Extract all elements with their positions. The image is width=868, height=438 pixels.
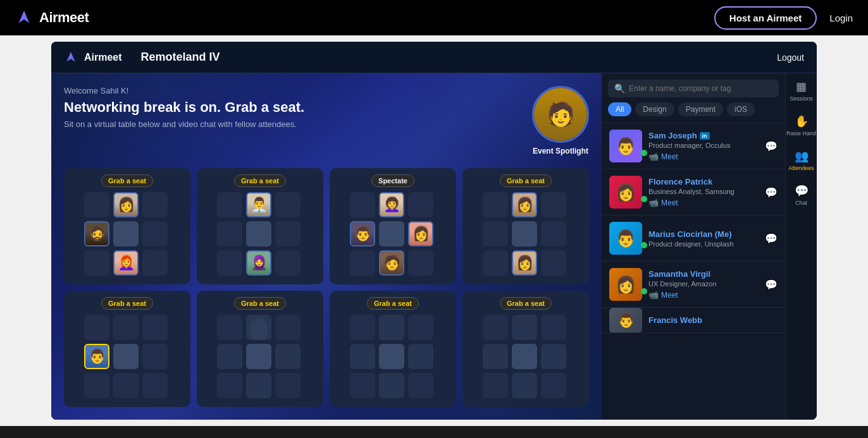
nav-actions: Host an Airmeet Login (714, 6, 853, 30)
attendee-info: Francis Webb (648, 315, 778, 325)
meet-button[interactable]: 📹 Meet (648, 152, 678, 161)
seat-cross: 👨 (84, 315, 170, 401)
rail-item-sessions[interactable]: ▦ Sessions (790, 80, 813, 102)
rail-label-chat: Chat (795, 200, 807, 206)
seat: 👨‍💼 (246, 192, 271, 217)
attendees-sidebar: 🔍 All Design Payment iOS (602, 73, 785, 420)
online-indicator (641, 150, 647, 156)
app-body: Welcome Sahil K! Networking break is on.… (51, 73, 817, 420)
main-wrapper: Airmeet Remoteland IV Logout Welcome Sah… (0, 35, 868, 426)
attendee-info: Samantha Virgil UX Designer, Amazon 📹 Me… (648, 269, 759, 300)
welcome-text: Welcome Sahil K! (64, 86, 304, 95)
seat (217, 192, 242, 217)
event-spotlight[interactable]: 🧑 Event Spotlight (532, 86, 589, 155)
seat: 🧕 (246, 250, 271, 276)
filter-tab-payment[interactable]: Payment (678, 102, 723, 116)
filter-tab-ios[interactable]: iOS (727, 102, 755, 116)
attendee-info: Marius Ciocirlan (Me) Product designer, … (648, 229, 759, 248)
seat (84, 315, 109, 340)
svg-marker-0 (19, 11, 30, 23)
seat (275, 221, 301, 246)
seat (408, 344, 433, 369)
message-icon[interactable]: 💬 (765, 140, 778, 152)
seat-center (113, 344, 139, 369)
attendee-item[interactable]: 👨 Marius Ciocirlan (Me) Product designer… (602, 216, 785, 262)
seat (350, 250, 375, 276)
attendee-item[interactable]: 👨 Francis Webb (602, 308, 785, 333)
filter-tab-all[interactable]: All (608, 102, 631, 116)
seat (512, 373, 537, 398)
table-card[interactable]: Grab a seat 👨‍💼 🧕 (197, 168, 323, 284)
seat (350, 315, 375, 340)
table-card[interactable]: Grab a seat 👩 👩 (462, 168, 589, 284)
avatar: 👨 (609, 308, 642, 333)
rail-label-attendees: Attendees (788, 165, 814, 171)
seat-cross: 👩 👩 (483, 192, 569, 278)
rail-item-attendees[interactable]: 👥 Attendees (788, 149, 814, 171)
grab-seat-badge: Grab a seat (500, 297, 552, 310)
seat-self: 👨 (84, 344, 109, 369)
app-logo-text: Airmeet (84, 52, 122, 63)
seat: 🧑 (379, 250, 404, 276)
header-text: Welcome Sahil K! Networking break is on.… (64, 86, 304, 129)
seat (84, 250, 109, 276)
grab-seat-badge: Grab a seat (101, 174, 153, 187)
seat (113, 315, 139, 340)
seat (217, 373, 242, 398)
airmeet-logo-icon (15, 9, 33, 27)
seat: 👩 (512, 250, 537, 276)
attendee-item[interactable]: 👩 Florence Patrick Business Analyst, Sam… (602, 169, 785, 216)
rail-item-chat[interactable]: 💬 Chat (795, 184, 809, 206)
seat (512, 315, 537, 340)
meet-button[interactable]: 📹 Meet (648, 290, 678, 300)
app-title: Remoteland IV (141, 51, 220, 64)
spotlight-label: Event Spotlight (533, 147, 588, 155)
search-input[interactable] (629, 84, 772, 93)
attendee-role: UX Designer, Amazon (648, 280, 759, 288)
table-card[interactable]: Grab a seat (197, 291, 323, 407)
login-button[interactable]: Login (829, 13, 853, 23)
seat-center (512, 221, 537, 246)
seat-cross: 👩‍🦱 👨 👩 🧑 (350, 192, 436, 278)
seat (217, 344, 242, 369)
seat (483, 373, 508, 398)
attendee-item[interactable]: 👩 Samantha Virgil UX Designer, Amazon 📹 (602, 262, 785, 308)
search-input-wrap[interactable]: 🔍 (608, 80, 779, 97)
table-card[interactable]: Grab a seat 👩 🧔 (64, 168, 190, 284)
rail-label-raise-hand: Raise Hand (786, 130, 816, 137)
logout-button[interactable]: Logout (777, 52, 804, 63)
meet-button[interactable]: 📹 Meet (648, 198, 678, 207)
seat-center (113, 221, 139, 246)
seat (246, 315, 271, 340)
rail-item-raise-hand[interactable]: ✋ Raise Hand (786, 114, 816, 137)
seat (541, 373, 566, 398)
attendees-icon: 👥 (795, 149, 809, 163)
seat-cross: 👨‍💼 🧕 (217, 192, 303, 278)
table-card[interactable]: Spectate 👩‍🦱 👨 � (330, 168, 456, 284)
grab-seat-badge: Grab a seat (367, 297, 419, 310)
grab-seat-badge: Grab a seat (500, 174, 552, 187)
seat (408, 315, 433, 340)
seat (350, 373, 375, 398)
table-card[interactable]: Grab a seat (330, 291, 456, 407)
main-area: Welcome Sahil K! Networking break is on.… (51, 73, 602, 420)
seat-center (512, 344, 537, 369)
table-card[interactable]: Grab a seat 👨 (64, 291, 190, 407)
host-airmeet-button[interactable]: Host an Airmeet (714, 6, 817, 30)
attendee-item[interactable]: 👨 Sam Joseph in Product manager, Occulus (602, 123, 785, 169)
attendee-info: Florence Patrick Business Analyst, Samsu… (648, 177, 759, 207)
raise-hand-icon: ✋ (795, 114, 809, 128)
message-icon[interactable]: 💬 (765, 279, 778, 291)
online-indicator (641, 242, 647, 248)
seat: 👩 (113, 192, 139, 217)
message-icon[interactable]: 💬 (765, 233, 778, 245)
seat (483, 221, 508, 246)
avatar: 👨 (609, 130, 642, 162)
seat (541, 221, 566, 246)
table-card[interactable]: Grab a seat (462, 291, 589, 407)
rail-label-sessions: Sessions (790, 95, 813, 102)
seat: 🧔 (84, 221, 109, 246)
message-icon[interactable]: 💬 (765, 186, 778, 198)
filter-tab-design[interactable]: Design (635, 102, 674, 116)
seat: 👨 (350, 221, 375, 246)
